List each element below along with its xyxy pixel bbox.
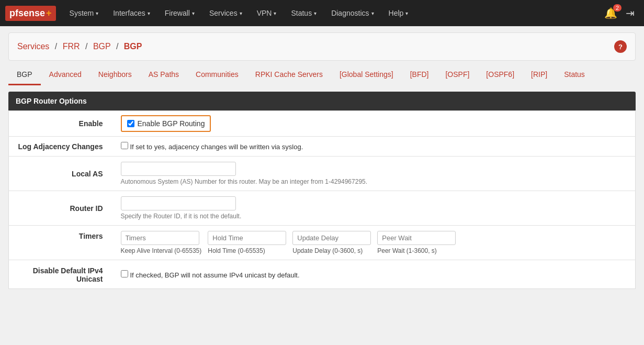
brand: pfsense + xyxy=(5,6,56,21)
enable-box: Enable BGP Routing xyxy=(121,115,211,132)
breadcrumb: Services / FRR / BGP / BGP ? xyxy=(8,32,636,61)
notification-bell[interactable]: 🔔 2 xyxy=(604,7,617,19)
timer-keepalive: Keep Alive Interval (0-65535) xyxy=(121,231,202,254)
disable-ipv4-content: If checked, BGP will not assume IPv4 uni… xyxy=(114,260,636,289)
nav-status[interactable]: Status ▾ xyxy=(285,0,323,26)
chevron-down-icon: ▾ xyxy=(274,10,276,16)
timers-row: Timers Keep Alive Interval (0-65535) Hol… xyxy=(9,226,636,260)
tab-bfd[interactable]: [BFD] xyxy=(402,65,437,85)
nav-help[interactable]: Help ▾ xyxy=(382,0,415,26)
main-content: BGP Router Options Enable Enable BGP Rou… xyxy=(8,92,636,289)
timers-peer-wait-label: Peer Wait (1-3600, s) xyxy=(377,247,456,254)
timers-update-delay-label: Update Delay (0-3600, s) xyxy=(292,247,371,254)
enable-row: Enable Enable BGP Routing xyxy=(9,111,636,137)
breadcrumb-current: BGP xyxy=(124,42,142,51)
breadcrumb-services[interactable]: Services xyxy=(17,42,49,51)
router-id-input[interactable] xyxy=(121,196,236,210)
router-id-content: Specify the Router ID, if it is not the … xyxy=(114,191,636,226)
section-header: BGP Router Options xyxy=(8,92,636,110)
enable-label: Enable xyxy=(9,111,114,137)
local-as-row: Local AS 65001 Autonomous System (AS) Nu… xyxy=(9,157,636,191)
logo-plus: + xyxy=(46,8,52,19)
breadcrumb-bgp-link[interactable]: BGP xyxy=(93,42,111,51)
tab-rip[interactable]: [RIP] xyxy=(523,65,556,85)
help-button[interactable]: ? xyxy=(614,40,627,53)
tab-rpki[interactable]: RPKI Cache Servers xyxy=(247,65,331,85)
local-as-input[interactable]: 65001 xyxy=(121,162,236,176)
disable-ipv4-help-text[interactable]: If checked, BGP will not assume IPv4 uni… xyxy=(130,271,299,279)
timer-update-delay: Update Delay (0-3600, s) xyxy=(292,231,371,254)
tab-status[interactable]: Status xyxy=(556,65,593,85)
breadcrumb-sep-3: / xyxy=(116,42,121,51)
notification-badge: 2 xyxy=(613,4,622,12)
logout-button[interactable]: ⇥ xyxy=(622,7,639,19)
logout-icon: ⇥ xyxy=(626,7,635,19)
local-as-label: Local AS xyxy=(9,157,114,191)
logo[interactable]: pfsense + xyxy=(5,6,56,21)
logo-text: pfsense xyxy=(9,8,45,19)
nav-diagnostics[interactable]: Diagnostics ▾ xyxy=(325,0,380,26)
timers-keepalive-input[interactable] xyxy=(121,231,199,245)
tab-global-settings[interactable]: [Global Settings] xyxy=(331,65,402,85)
breadcrumb-sep-1: / xyxy=(55,42,60,51)
chevron-down-icon: ▾ xyxy=(96,10,98,16)
tab-advanced[interactable]: Advanced xyxy=(41,65,90,85)
timers-inputs: Keep Alive Interval (0-65535) Hold Time … xyxy=(121,231,628,254)
enable-bgp-label[interactable]: Enable BGP Routing xyxy=(138,119,205,128)
tab-communities[interactable]: Communities xyxy=(187,65,247,85)
local-as-help: Autonomous System (AS) Number for this r… xyxy=(121,178,628,185)
router-id-row: Router ID Specify the Router ID, if it i… xyxy=(9,191,636,226)
tab-ospf[interactable]: [OSPF] xyxy=(437,65,478,85)
nav-interfaces[interactable]: Interfaces ▾ xyxy=(107,0,156,26)
log-adjacency-row: Log Adjacency Changes If set to yes, adj… xyxy=(9,137,636,157)
enable-content: Enable BGP Routing xyxy=(114,111,636,137)
timers-label: Timers xyxy=(9,226,114,260)
router-id-label: Router ID xyxy=(9,191,114,226)
log-adjacency-help-text[interactable]: If set to yes, adjacency changes will be… xyxy=(130,143,303,151)
disable-ipv4-checkbox[interactable] xyxy=(121,270,128,277)
timers-content: Keep Alive Interval (0-65535) Hold Time … xyxy=(114,226,636,260)
chevron-down-icon: ▾ xyxy=(148,10,150,16)
enable-bgp-checkbox[interactable] xyxy=(127,120,134,127)
log-adjacency-label: Log Adjacency Changes xyxy=(9,137,114,157)
nav-vpn[interactable]: VPN ▾ xyxy=(251,0,283,26)
timers-update-delay-input[interactable] xyxy=(292,231,371,245)
navbar: pfsense + System ▾ Interfaces ▾ Firewall… xyxy=(0,0,644,26)
chevron-down-icon: ▾ xyxy=(240,10,242,16)
nav-firewall[interactable]: Firewall ▾ xyxy=(159,0,201,26)
timers-holdtime-label: Hold Time (0-65535) xyxy=(208,247,286,254)
log-adjacency-checkbox[interactable] xyxy=(121,142,128,149)
chevron-down-icon: ▾ xyxy=(405,10,408,16)
tab-ospf6[interactable]: [OSPF6] xyxy=(478,65,523,85)
tab-bgp[interactable]: BGP xyxy=(8,65,41,85)
nav-right-controls: 🔔 2 ⇥ xyxy=(604,7,639,19)
nav-services[interactable]: Services ▾ xyxy=(203,0,248,26)
chevron-down-icon: ▾ xyxy=(314,10,317,16)
tab-as-paths[interactable]: AS Paths xyxy=(140,65,187,85)
chevron-down-icon: ▾ xyxy=(371,10,374,16)
disable-ipv4-row: Disable Default IPv4 Unicast If checked,… xyxy=(9,260,636,289)
tabs: BGP Advanced Neighbors AS Paths Communit… xyxy=(8,65,636,85)
disable-ipv4-label: Disable Default IPv4 Unicast xyxy=(9,260,114,289)
timers-holdtime-input[interactable] xyxy=(208,231,286,245)
nav-system[interactable]: System ▾ xyxy=(63,0,105,26)
timers-keepalive-label: Keep Alive Interval (0-65535) xyxy=(121,247,202,254)
timer-peer-wait: Peer Wait (1-3600, s) xyxy=(377,231,456,254)
chevron-down-icon: ▾ xyxy=(192,10,195,16)
breadcrumb-sep-2: / xyxy=(85,42,90,51)
breadcrumb-text: Services / FRR / BGP / BGP xyxy=(17,42,142,51)
timers-peer-wait-input[interactable] xyxy=(377,231,456,245)
local-as-content: 65001 Autonomous System (AS) Number for … xyxy=(114,157,636,191)
breadcrumb-frr[interactable]: FRR xyxy=(63,42,80,51)
tab-neighbors[interactable]: Neighbors xyxy=(90,65,140,85)
timer-holdtime: Hold Time (0-65535) xyxy=(208,231,286,254)
router-id-help: Specify the Router ID, if it is not the … xyxy=(121,213,628,220)
log-adjacency-content: If set to yes, adjacency changes will be… xyxy=(114,137,636,157)
options-table: Enable Enable BGP Routing Log Adjacency … xyxy=(8,110,636,289)
